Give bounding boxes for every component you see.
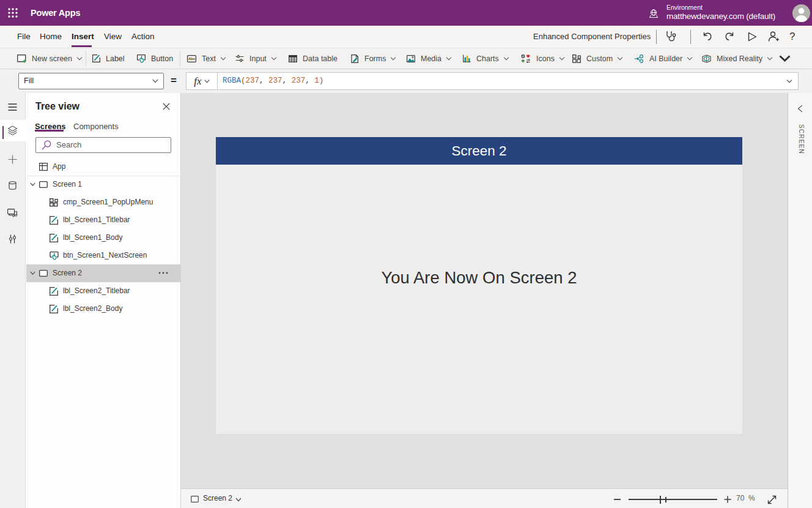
svg-text:Abc: Abc bbox=[188, 57, 196, 61]
